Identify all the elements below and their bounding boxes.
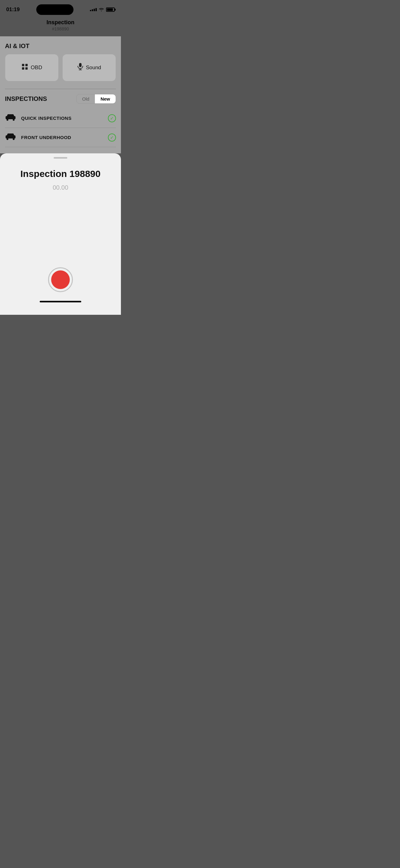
sheet-handle: [54, 157, 67, 159]
status-icons: [90, 7, 115, 12]
old-toggle-button[interactable]: Old: [76, 94, 95, 103]
ai-grid: OBD Sound: [5, 54, 116, 81]
svg-point-11: [6, 138, 8, 140]
inspections-header: INSPECTIONS Old New: [5, 94, 116, 104]
sheet-title: Inspection 198890: [21, 168, 100, 179]
svg-rect-4: [79, 63, 81, 67]
svg-rect-1: [26, 64, 28, 66]
record-button[interactable]: [48, 267, 73, 292]
svg-point-9: [13, 119, 14, 121]
status-time: 01:19: [6, 6, 20, 13]
front-underhood-label: FRONT UNDERHOOD: [21, 135, 108, 140]
svg-rect-2: [22, 67, 24, 69]
signal-icon: [90, 8, 97, 11]
page-header: Inspection #198890: [0, 17, 121, 36]
home-indicator: [40, 301, 81, 302]
quick-inspections-label: QUICK INSPECTIONS: [21, 116, 108, 121]
sheet-timer: 00.00: [53, 184, 68, 191]
toggle-group: Old New: [76, 94, 116, 104]
record-button-wrapper: [48, 267, 73, 292]
main-content: AI & IOT OBD: [0, 36, 121, 153]
svg-point-8: [6, 119, 8, 121]
svg-rect-10: [6, 135, 15, 138]
battery-fill: [107, 8, 113, 11]
microphone-icon: [77, 63, 84, 72]
section-divider: [5, 89, 116, 89]
svg-point-12: [13, 138, 14, 140]
sound-label: Sound: [86, 65, 101, 71]
front-underhood-item[interactable]: FRONT UNDERHOOD ✓: [5, 128, 116, 147]
wifi-icon: [99, 7, 104, 12]
car-icon-wrapper: [5, 113, 16, 123]
inspections-label: INSPECTIONS: [5, 95, 47, 102]
ai-section-label: AI & IOT: [5, 42, 116, 50]
page-title: Inspection: [6, 19, 115, 26]
obd-label: OBD: [31, 65, 42, 71]
car-icon: [5, 113, 16, 123]
page-subtitle: #198890: [6, 26, 115, 31]
svg-rect-7: [6, 116, 15, 119]
car-icon-2: [5, 132, 16, 142]
record-button-inner: [51, 270, 70, 289]
obd-icon: [22, 63, 28, 72]
svg-rect-3: [26, 67, 28, 69]
quick-inspections-item[interactable]: QUICK INSPECTIONS ✓: [5, 108, 116, 128]
obd-card[interactable]: OBD: [5, 54, 59, 81]
car-icon-wrapper-2: [5, 132, 16, 143]
sound-card[interactable]: Sound: [62, 54, 116, 81]
new-toggle-button[interactable]: New: [95, 94, 116, 103]
quick-inspections-check: ✓: [108, 114, 116, 122]
front-underhood-check: ✓: [108, 133, 116, 142]
battery-icon: [106, 7, 115, 12]
svg-rect-0: [22, 64, 24, 66]
status-bar: 01:19: [0, 0, 121, 17]
dynamic-island: [36, 4, 73, 15]
bottom-sheet: Inspection 198890 00.00: [0, 153, 121, 315]
